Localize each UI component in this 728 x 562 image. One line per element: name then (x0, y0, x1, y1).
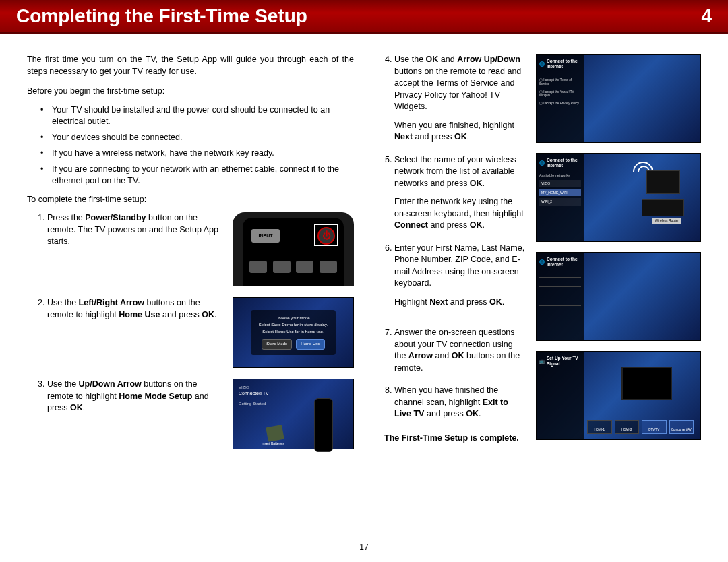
globe-icon: 🌐 (539, 160, 545, 166)
completion-message: The First-Time Setup is complete. (384, 433, 526, 445)
page-content: The first time you turn on the TV, the S… (0, 34, 728, 467)
network-screen-image: 🌐Connect to the Internet Available netwo… (536, 153, 701, 242)
right-column: Use the OK and Arrow Up/Down buttons on … (374, 54, 701, 460)
step-2-text: Use the Left/Right Arrow buttons on the … (47, 297, 222, 321)
input-button-label: INPUT (251, 229, 280, 243)
right-steps: Use the OK and Arrow Up/Down buttons on … (374, 54, 526, 420)
power-highlight-box (314, 224, 338, 246)
page-number: 17 (0, 542, 728, 552)
complete-heading: To complete the first-time setup: (27, 194, 354, 206)
chapter-number: 4 (701, 5, 712, 27)
step-3-text: Use the Up/Down Arrow buttons on the rem… (47, 379, 222, 414)
prerequisite-list: Your TV should be installed and the powe… (27, 104, 354, 187)
step-7: Answer the on-screen questions about you… (394, 327, 526, 374)
step-3: Use the Up/Down Arrow buttons on the rem… (47, 379, 354, 449)
chapter-header: Completing the First-Time Setup 4 (0, 0, 728, 34)
tv-graphic-icon (621, 367, 672, 400)
bullet-item: If you are connecting to your network wi… (44, 164, 354, 187)
step-4: Use the OK and Arrow Up/Down buttons on … (394, 54, 526, 144)
before-heading: Before you begin the first-time setup: (27, 86, 354, 98)
signal-screen-image: 📺Set Up Your TV Signal HDMI-1 HDMI-2 DTV… (536, 351, 701, 440)
batteries-icon (266, 425, 284, 442)
intro-paragraph: The first time you turn on the TV, the S… (27, 54, 354, 77)
router-device-icon (642, 199, 684, 216)
remote-overlay-icon (314, 398, 333, 452)
form-screen-image: 🌐Connect to the Internet (536, 252, 701, 341)
right-screenshots: 🌐Connect to the Internet ▢ I accept the … (536, 54, 701, 460)
chapter-title: Completing the First-Time Setup (16, 5, 307, 27)
connected-tv-image: VIZIO Connected TV Getting Started Inser… (233, 379, 354, 449)
mode-screen-image: Choose your mode. Select Store Demo for … (233, 297, 354, 368)
globe-icon: 🌐 (539, 61, 545, 67)
left-column: The first time you turn on the TV, the S… (27, 54, 354, 460)
step-6: Enter your First Name, Last Name, Phone … (394, 243, 526, 309)
step-2: Use the Left/Right Arrow buttons on the … (47, 297, 354, 368)
step-5: Select the name of your wireless network… (394, 154, 526, 232)
remote-image: INPUT ⏻ (233, 212, 354, 286)
tos-screen-image: 🌐Connect to the Internet ▢ I accept the … (536, 54, 701, 143)
step-1-text: Press the Power/Standby button on the re… (47, 212, 222, 248)
store-mode-button: Store Mode (262, 339, 292, 350)
bullet-item: If you have a wireless network, have the… (44, 148, 354, 160)
step-8: When you have finished the channel scan,… (394, 385, 526, 420)
tv-icon: 📺 (539, 358, 545, 364)
step-1: Press the Power/Standby button on the re… (47, 212, 354, 286)
left-steps: Press the Power/Standby button on the re… (27, 212, 354, 449)
bullet-item: Your devices should be connected. (44, 132, 354, 144)
globe-icon: 🌐 (539, 259, 545, 265)
home-use-button: Home Use (296, 339, 324, 350)
tv-device-icon (646, 170, 680, 194)
bullet-item: Your TV should be installed and the powe… (44, 104, 354, 128)
